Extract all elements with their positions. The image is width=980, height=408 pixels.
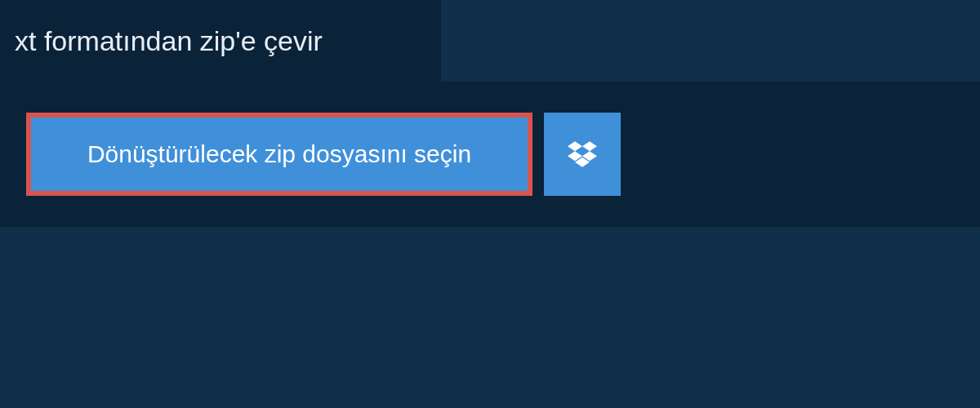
header-bar: xt formatından zip'e çevir: [0, 0, 441, 82]
button-row: Dönüştürülecek zip dosyasını seçin: [26, 113, 954, 196]
select-file-button[interactable]: Dönüştürülecek zip dosyasını seçin: [26, 113, 532, 196]
dropbox-icon: [568, 141, 597, 167]
page-title: xt formatından zip'e çevir: [15, 25, 323, 57]
content-panel: Dönüştürülecek zip dosyasını seçin: [0, 82, 980, 227]
select-file-label: Dönüştürülecek zip dosyasını seçin: [87, 140, 471, 168]
dropbox-button[interactable]: [544, 113, 621, 196]
